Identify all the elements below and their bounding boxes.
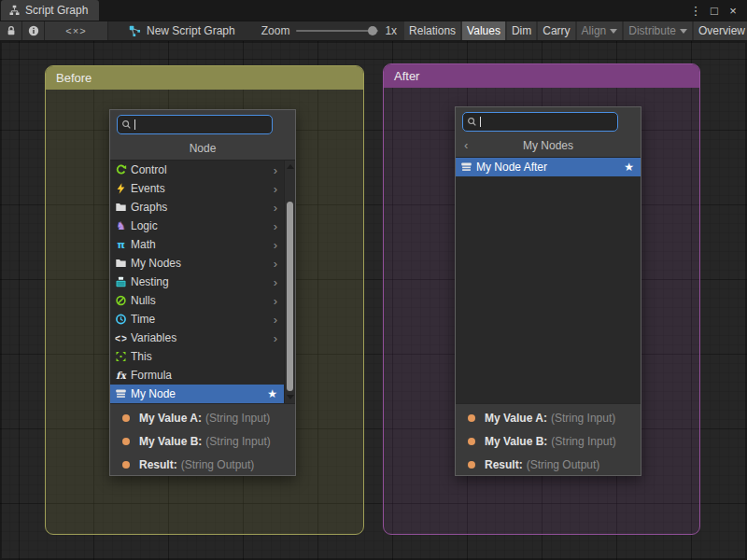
finder-list-item[interactable]: My Nodes ›: [110, 254, 284, 273]
item-icon: [115, 258, 127, 269]
graph-toolbar: <×> New Script Graph Zoom 1x Relations: [0, 21, 747, 41]
scrollbar-down-arrow[interactable]: [287, 395, 294, 399]
port-row[interactable]: Result: (String Output): [456, 453, 641, 476]
port-dot-icon[interactable]: [122, 414, 130, 422]
item-icon: [115, 164, 127, 175]
list-scrollbar[interactable]: [284, 161, 295, 403]
close-button[interactable]: ×: [726, 4, 740, 18]
finder-list-item[interactable]: Control ›: [110, 161, 284, 179]
toolbar-button-label: Values: [467, 24, 500, 37]
finder-list-item[interactable]: Graphs ›: [110, 198, 284, 217]
search-box[interactable]: [117, 115, 273, 134]
zoom-slider[interactable]: [296, 26, 378, 35]
port-dot-icon[interactable]: [122, 438, 130, 445]
port-row[interactable]: My Value A: (String Input): [110, 406, 295, 429]
finder-list-item[interactable]: Nulls ›: [110, 291, 284, 310]
toolbar-button[interactable]: Distribute: [624, 21, 692, 40]
node-ports-after: My Value A: (String Input) My Value B: (…: [456, 403, 641, 475]
chevron-right-icon: ›: [274, 331, 277, 345]
window-controls: ⋮ □ ×: [688, 0, 747, 21]
chevron-down-icon: [610, 29, 617, 34]
finder-list-item[interactable]: Logic ›: [110, 217, 284, 235]
chevron-right-icon: ›: [274, 219, 277, 233]
item-label: My Node: [131, 387, 267, 400]
tab-script-graph[interactable]: Script Graph: [1, 0, 99, 21]
finder-rows: My Node After ★: [456, 158, 641, 403]
script-graph-window: Script Graph ⋮ □ × <×>: [0, 0, 747, 560]
scrollbar-thumb[interactable]: [287, 202, 293, 391]
search-input[interactable]: [481, 116, 613, 129]
item-icon: [115, 295, 127, 306]
port-type: (String Output): [527, 458, 600, 471]
finder-list-item[interactable]: Nesting ›: [110, 273, 284, 291]
port-label: Result:: [485, 458, 523, 471]
toolbar-button-label: Carry: [543, 24, 570, 37]
lock-button[interactable]: [0, 21, 22, 40]
toolbar-button[interactable]: Carry: [538, 21, 574, 40]
search-box[interactable]: [462, 112, 618, 132]
maximize-button[interactable]: □: [707, 4, 722, 18]
finder-list-item[interactable]: Time ›: [110, 310, 284, 329]
toolbar-button[interactable]: Values: [462, 21, 505, 40]
code-toggle-button[interactable]: <×>: [45, 21, 108, 40]
back-chevron-icon[interactable]: ‹: [464, 134, 468, 157]
item-icon: [115, 314, 127, 325]
toolbar-button[interactable]: Dim: [507, 21, 536, 40]
port-dot-icon[interactable]: [468, 414, 475, 422]
chevron-right-icon: ›: [274, 238, 277, 252]
chevron-right-icon: ›: [274, 182, 277, 196]
port-row[interactable]: Result: (String Output): [110, 453, 295, 476]
search-input[interactable]: [135, 119, 268, 132]
zoom-value: 1x: [385, 24, 397, 37]
port-row[interactable]: My Value B: (String Input): [456, 429, 641, 453]
finder-list-item[interactable]: Variables ›: [110, 329, 284, 347]
search-icon: [467, 117, 477, 127]
tab-title: Script Graph: [25, 4, 88, 17]
script-graph-icon: [8, 5, 21, 16]
item-icon: [115, 276, 127, 287]
item-icon: [115, 239, 127, 250]
toolbar-button[interactable]: Overview: [694, 21, 747, 40]
port-label: My Value A:: [485, 412, 547, 425]
scrollbar-up-arrow[interactable]: [287, 164, 294, 169]
finder-list-item[interactable]: Math ›: [110, 235, 284, 254]
group-after-title: After: [394, 69, 419, 83]
finder-list-item[interactable]: Formula: [110, 366, 284, 385]
item-label: Nulls: [131, 294, 274, 307]
group-before-header[interactable]: Before: [46, 66, 363, 90]
info-icon: [28, 25, 39, 36]
zoom-slider-thumb[interactable]: [368, 26, 377, 35]
finder-list: My Node After ★: [456, 157, 641, 403]
port-type: (String Input): [551, 435, 615, 448]
port-row[interactable]: My Value A: (String Input): [456, 406, 641, 429]
chevron-right-icon: ›: [274, 201, 277, 215]
toolbar-button-label: Relations: [409, 24, 456, 37]
item-label: Variables: [131, 331, 274, 344]
toolbar-button[interactable]: Align: [577, 21, 623, 40]
port-dot-icon[interactable]: [468, 438, 475, 445]
port-label: My Value B:: [485, 435, 547, 448]
group-after-header[interactable]: After: [384, 64, 699, 88]
favorite-star-icon[interactable]: ★: [267, 387, 277, 400]
finder-list-item[interactable]: My Node After ★: [456, 158, 641, 176]
port-row[interactable]: My Value B: (String Input): [110, 429, 295, 453]
breadcrumb-title: My Nodes: [523, 139, 573, 152]
finder-list-item[interactable]: This: [110, 347, 284, 366]
zoom-control: Zoom 1x: [256, 21, 402, 40]
breadcrumb-title: Node: [190, 142, 217, 155]
toolbar-button-label: Dim: [512, 24, 531, 37]
finder-breadcrumb: ‹ My Nodes: [456, 134, 641, 157]
group-before-title: Before: [56, 71, 92, 85]
graph-canvas[interactable]: Before After Node: [0, 41, 747, 560]
port-dot-icon[interactable]: [122, 461, 130, 469]
toolbar-button[interactable]: Relations: [404, 21, 460, 40]
finder-list-item[interactable]: My Node ★: [110, 385, 284, 403]
favorite-star-icon[interactable]: ★: [624, 161, 634, 174]
new-script-graph-button[interactable]: New Script Graph: [118, 21, 247, 40]
info-button[interactable]: [22, 21, 45, 40]
port-dot-icon[interactable]: [468, 461, 475, 469]
window-menu-button[interactable]: ⋮: [688, 4, 703, 18]
item-label: Events: [131, 182, 274, 195]
finder-list-item[interactable]: Events ›: [110, 179, 284, 198]
port-type: (String Output): [181, 458, 255, 471]
